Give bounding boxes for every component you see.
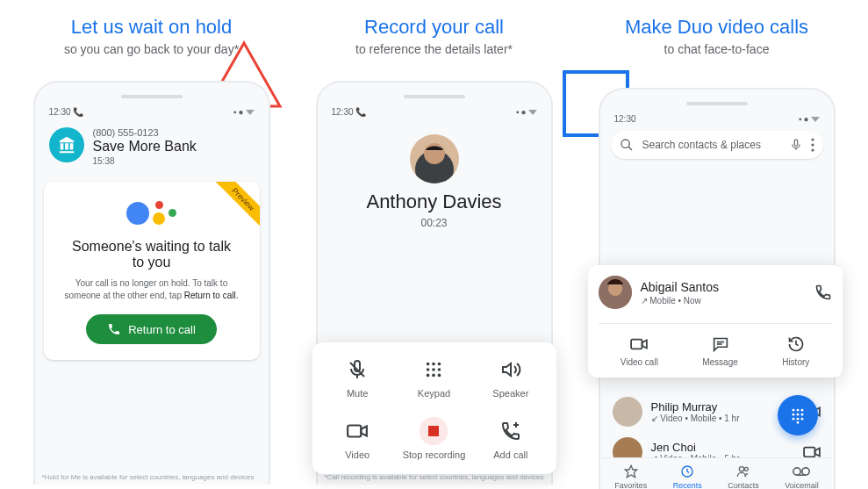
card-title: Someone's waiting to talk to you <box>56 239 247 270</box>
add-call-icon <box>500 421 521 442</box>
mic-off-icon <box>347 359 368 380</box>
svg-point-37 <box>800 409 803 412</box>
more-icon[interactable] <box>811 138 814 152</box>
nav-voicemail[interactable]: Voicemail <box>785 464 819 489</box>
panel-title: Make Duo video calls <box>578 16 855 39</box>
panel-subtitle: to reference the details later* <box>296 42 572 56</box>
video-call-action[interactable]: Video call <box>621 334 658 367</box>
dialpad-icon <box>789 406 807 424</box>
svg-point-10 <box>427 374 430 378</box>
svg-point-8 <box>433 368 436 371</box>
status-bar: 12:30 📞 ▪● <box>326 105 542 122</box>
svg-point-36 <box>796 409 799 412</box>
message-action[interactable]: Message <box>702 334 738 367</box>
video-icon <box>346 422 369 440</box>
caller-time: 15:38 <box>93 156 197 166</box>
svg-point-5 <box>433 363 436 366</box>
dialpad-fab[interactable] <box>778 395 818 435</box>
status-bar: 12:30 ▪● <box>609 112 825 129</box>
svg-point-42 <box>796 418 799 421</box>
svg-rect-33 <box>804 448 814 457</box>
svg-rect-14 <box>348 426 361 437</box>
svg-point-11 <box>433 374 436 378</box>
svg-point-39 <box>796 413 799 416</box>
call-controls: Mute Keypad Speaker Video Stop recording <box>312 342 556 474</box>
caller-info: (800) 555-0123 Save More Bank 15:38 <box>44 122 260 175</box>
record-icon <box>417 414 450 448</box>
mic-icon[interactable] <box>790 138 802 152</box>
hold-card: Preview Someone's waiting to talk to you… <box>44 182 260 360</box>
svg-point-47 <box>739 467 743 471</box>
svg-point-44 <box>796 421 799 424</box>
svg-point-43 <box>800 418 803 421</box>
card-message: Your call is no longer on hold. To talk … <box>60 277 244 302</box>
building-icon <box>49 127 84 162</box>
svg-point-24 <box>811 148 814 151</box>
contact-avatar <box>599 276 632 309</box>
keypad-icon <box>424 360 443 379</box>
mute-button[interactable]: Mute <box>319 356 396 399</box>
svg-rect-21 <box>794 140 798 146</box>
return-to-call-button[interactable]: Return to call <box>86 314 217 344</box>
svg-point-23 <box>811 143 814 146</box>
caller-avatar <box>410 134 459 183</box>
svg-marker-45 <box>625 465 636 477</box>
speaker-slot <box>121 95 183 98</box>
search-placeholder: Search contacts & places <box>642 139 781 151</box>
nav-favorites[interactable]: Favorites <box>614 464 647 489</box>
svg-marker-15 <box>361 427 367 436</box>
speaker-icon <box>500 359 521 380</box>
avatar <box>613 397 642 427</box>
nav-contacts[interactable]: Contacts <box>728 464 759 489</box>
phone-frame: 12:30 📞 ▪● Anthony Davies 00:23 Mute Key… <box>316 81 553 485</box>
panel-subtitle: to chat face-to-face <box>578 42 855 56</box>
svg-marker-13 <box>503 363 511 376</box>
history-icon <box>787 335 805 353</box>
phone-frame: 12:30 ▪● Search contacts & places Abigai… <box>599 88 836 489</box>
contact-sub: ↗ Mobile • Now <box>641 296 806 306</box>
nav-recents[interactable]: Recents <box>673 464 702 489</box>
svg-point-6 <box>438 363 441 366</box>
svg-point-22 <box>811 138 814 140</box>
svg-point-9 <box>438 368 441 371</box>
phone-icon[interactable] <box>814 284 832 301</box>
svg-point-48 <box>744 467 748 471</box>
svg-point-40 <box>800 413 803 416</box>
svg-point-4 <box>427 363 430 366</box>
svg-point-41 <box>792 418 794 421</box>
footnote: *Hold for Me is available for select cou… <box>42 473 255 481</box>
svg-marker-28 <box>642 341 647 349</box>
keypad-button[interactable]: Keypad <box>396 356 472 399</box>
svg-line-20 <box>628 147 632 150</box>
button-label: Return to call <box>128 323 196 336</box>
panel-title: Let us wait on hold <box>13 16 290 39</box>
phone-icon <box>107 322 121 336</box>
video-icon <box>629 337 649 351</box>
bottom-nav: Favorites Recents Contacts Voicemail <box>602 457 832 489</box>
status-bar: 12:30 📞 ▪● <box>44 105 260 122</box>
svg-point-38 <box>792 413 794 416</box>
speaker-button[interactable]: Speaker <box>472 356 549 399</box>
stop-recording-button[interactable]: Stop recording <box>396 418 472 460</box>
call-name: Anthony Davies <box>326 191 542 213</box>
contact-card: Abigail Santos ↗ Mobile • Now Video call… <box>588 265 843 378</box>
video-button[interactable]: Video <box>319 418 396 460</box>
history-action[interactable]: History <box>782 334 809 367</box>
svg-marker-34 <box>814 449 819 457</box>
svg-rect-27 <box>631 340 642 349</box>
svg-point-49 <box>793 468 800 475</box>
svg-point-19 <box>621 140 629 147</box>
panel-title: Record your call <box>296 16 572 39</box>
svg-point-50 <box>802 468 809 475</box>
call-timer: 00:23 <box>326 217 542 229</box>
speaker-slot <box>686 102 748 105</box>
svg-point-7 <box>427 368 430 371</box>
svg-point-12 <box>438 374 441 378</box>
phone-frame: 12:30 📞 ▪● (800) 555-0123 Save More Bank… <box>33 81 270 485</box>
footnote: *Call recording is available for select … <box>325 473 544 481</box>
contact-name: Abigail Santos <box>641 280 806 294</box>
add-call-button[interactable]: Add call <box>472 418 549 460</box>
assistant-logo <box>56 201 247 225</box>
svg-point-35 <box>792 409 794 412</box>
search-bar[interactable]: Search contacts & places <box>611 131 823 159</box>
